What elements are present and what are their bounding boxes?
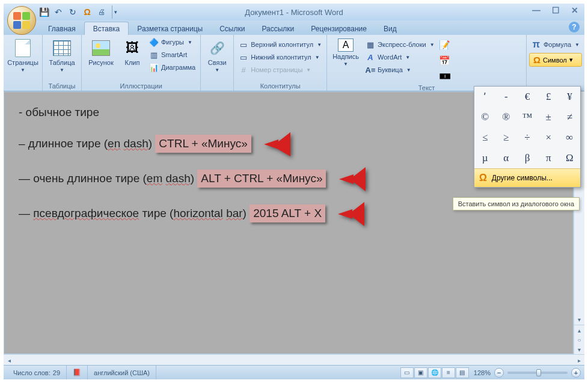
- picture-button[interactable]: Рисунок: [84, 36, 118, 69]
- zoom-value[interactable]: 128%: [474, 369, 491, 376]
- scroll-down-button[interactable]: ▾: [574, 314, 584, 325]
- shortcut-ctrl-minus: CTRL + «Минус»: [155, 135, 251, 153]
- repeat-button[interactable]: ↻: [66, 5, 79, 19]
- svg-marker-4: [339, 174, 354, 184]
- scroll-right-button[interactable]: ▸: [574, 355, 584, 366]
- footer-button[interactable]: ▭Нижний колонтитул▼: [236, 51, 324, 63]
- smartart-button[interactable]: ▥SmartArt: [147, 49, 198, 61]
- zoom-thumb[interactable]: [536, 369, 541, 376]
- symbol-cell[interactable]: π: [538, 148, 559, 168]
- symbol-dropdown: ʹ-€£¥©®™±≠≤≥÷×∞µαβπΩ Ω Другие символы...: [474, 86, 581, 188]
- symbol-cell[interactable]: -: [495, 87, 516, 107]
- smartart-label: SmartArt: [161, 51, 187, 58]
- pagenumber-button[interactable]: #Номер страницы▼: [236, 64, 324, 76]
- symbol-cell[interactable]: ≠: [559, 107, 580, 127]
- symbol-cell[interactable]: ©: [474, 107, 495, 127]
- links-button[interactable]: 🔗 Связи ▼: [203, 36, 231, 75]
- signature-line-button[interactable]: 📝: [438, 38, 452, 52]
- quickparts-button[interactable]: ▦Экспресс-блоки▼: [363, 38, 437, 51]
- symbol-cell[interactable]: £: [538, 87, 559, 107]
- textbox-button[interactable]: A Надпись ▼: [329, 36, 362, 69]
- object-button[interactable]: 🀰: [438, 70, 452, 83]
- word-count[interactable]: Число слов: 29: [7, 366, 67, 379]
- zoom-in-button[interactable]: +: [571, 368, 581, 378]
- tab-view[interactable]: Вид: [375, 22, 405, 35]
- symbol-cell[interactable]: β: [516, 148, 537, 168]
- symbol-cell[interactable]: ±: [538, 107, 559, 127]
- t: очень длинное тире (: [33, 172, 147, 185]
- maximize-button[interactable]: ☐: [548, 5, 563, 16]
- tab-home[interactable]: Главная: [40, 22, 84, 35]
- omega-icon: Ω: [479, 173, 487, 183]
- next-page-button[interactable]: ▾: [574, 345, 584, 354]
- clip-icon: 🖼: [123, 38, 142, 58]
- smartart-icon: ▥: [149, 50, 159, 60]
- scroll-left-button[interactable]: ◂: [4, 355, 14, 366]
- print-layout-view[interactable]: ▭: [400, 367, 414, 378]
- office-button[interactable]: [7, 6, 36, 35]
- symbol-cell[interactable]: €: [516, 87, 537, 107]
- clip-label: Клип: [125, 59, 140, 66]
- zoom-slider[interactable]: [507, 372, 568, 374]
- symbol-cell[interactable]: µ: [474, 148, 495, 168]
- symbol-cell[interactable]: ÷: [516, 127, 537, 148]
- help-button[interactable]: ?: [569, 22, 580, 32]
- symbol-qat-button[interactable]: Ω: [81, 5, 94, 19]
- tab-references[interactable]: Ссылки: [211, 22, 253, 35]
- dropcap-button[interactable]: A≡Буквица▼: [363, 64, 437, 76]
- more-symbols-button[interactable]: Ω Другие символы...: [474, 168, 580, 187]
- tab-insert[interactable]: Вставка: [84, 22, 129, 35]
- horizontal-scrollbar[interactable]: ◂ ▸: [4, 354, 584, 365]
- web-layout-view[interactable]: 🌐: [428, 367, 441, 378]
- symbol-cell[interactable]: ¥: [559, 87, 580, 107]
- fullscreen-view[interactable]: ▣: [414, 367, 427, 378]
- shapes-icon: 🔷: [149, 37, 159, 47]
- date-time-button[interactable]: 📅: [438, 54, 452, 67]
- t: en: [108, 137, 120, 150]
- close-button[interactable]: ✕: [568, 5, 582, 16]
- symbol-button[interactable]: ΩСимвол▾: [529, 53, 582, 67]
- symbol-cell[interactable]: ™: [516, 107, 537, 127]
- header-button[interactable]: ▭Верхний колонтитул▼: [236, 38, 324, 51]
- symbol-cell[interactable]: ®: [495, 107, 516, 127]
- symbol-cell[interactable]: α: [495, 148, 516, 168]
- save-button[interactable]: 💾: [37, 5, 51, 19]
- chevron-down-icon: ▼: [406, 67, 411, 73]
- quickparts-icon: ▦: [366, 40, 375, 49]
- symbol-cell[interactable]: ×: [538, 127, 559, 148]
- clip-button[interactable]: 🖼 Клип: [119, 36, 145, 69]
- outline-view[interactable]: ≡: [442, 367, 455, 378]
- proofing-button[interactable]: 📕: [67, 366, 88, 379]
- links-label: Связи: [208, 59, 227, 66]
- minimize-button[interactable]: —: [529, 5, 544, 16]
- equation-button[interactable]: πФормула▼: [529, 38, 582, 51]
- symbol-cell[interactable]: ʹ: [474, 87, 495, 107]
- symbol-cell[interactable]: ∞: [559, 127, 580, 148]
- browse-object-button[interactable]: ○: [574, 335, 584, 345]
- chart-button[interactable]: 📊Диаграмма: [147, 61, 198, 73]
- draft-view[interactable]: ▤: [456, 367, 469, 378]
- undo-button[interactable]: ↶: [52, 5, 65, 19]
- wordart-button[interactable]: AWordArt▼: [363, 51, 437, 63]
- print-button[interactable]: 🖨: [95, 5, 108, 19]
- chevron-down-icon: ▼: [306, 67, 311, 73]
- symbol-cell[interactable]: Ω: [559, 148, 580, 168]
- chart-icon: 📊: [149, 63, 159, 72]
- table-button[interactable]: Таблица ▼: [45, 36, 79, 75]
- tab-mailings[interactable]: Рассылки: [253, 22, 302, 35]
- pages-button[interactable]: Страницы ▼: [6, 36, 40, 75]
- prev-page-button[interactable]: ▴: [574, 325, 584, 335]
- symbol-cell[interactable]: ≥: [495, 127, 516, 148]
- qat-customize-dropdown[interactable]: ▾: [112, 5, 119, 19]
- tab-review[interactable]: Рецензирование: [302, 22, 375, 35]
- tab-layout[interactable]: Разметка страницы: [129, 22, 211, 35]
- language-button[interactable]: английский (США): [88, 366, 156, 379]
- group-links: 🔗 Связи ▼: [201, 35, 234, 91]
- zoom-out-button[interactable]: −: [494, 368, 504, 378]
- shapes-button[interactable]: 🔷Фигуры▼: [147, 36, 198, 48]
- word-count-label: Число слов:: [13, 369, 51, 376]
- t: ): [191, 172, 198, 185]
- dropcap-label: Буквица: [378, 66, 403, 73]
- symbol-cell[interactable]: ≤: [474, 127, 495, 148]
- hscroll-track[interactable]: [14, 355, 574, 365]
